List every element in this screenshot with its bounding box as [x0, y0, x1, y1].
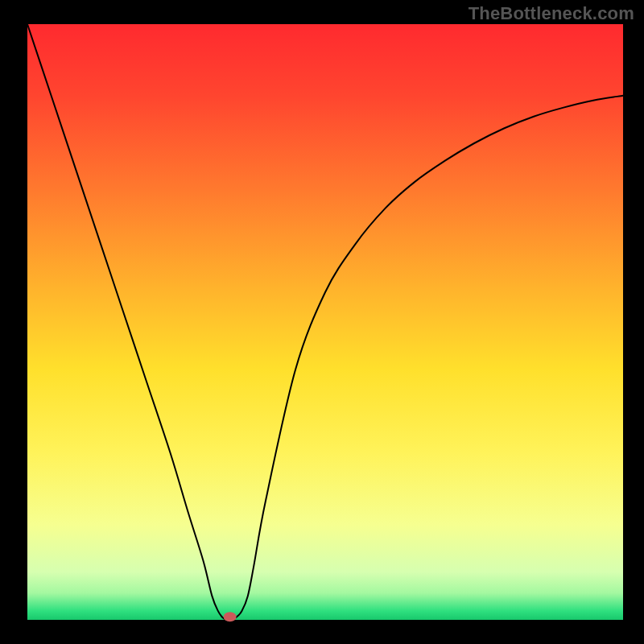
optimal-point-marker: [224, 612, 237, 621]
bottleneck-chart: [0, 0, 644, 644]
chart-frame: TheBottleneck.com: [0, 0, 644, 644]
plot-background: [27, 24, 623, 620]
